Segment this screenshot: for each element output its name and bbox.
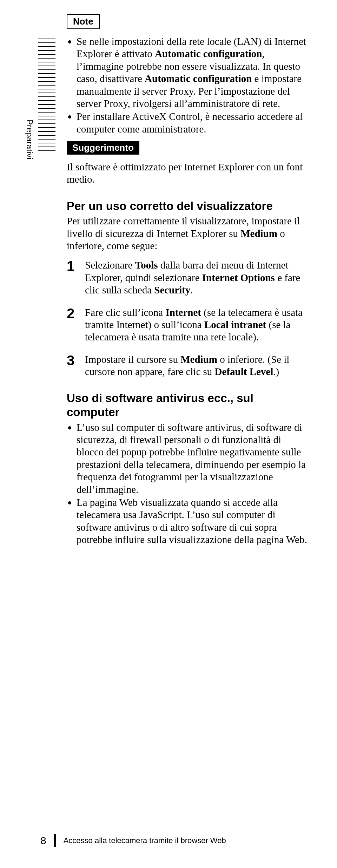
step-list: 1 Selezionare Tools dalla barra dei menu… bbox=[67, 259, 309, 378]
sidebar-stripes bbox=[38, 39, 55, 154]
note-block: Note Se nelle impostazioni della rete lo… bbox=[67, 14, 309, 135]
note-label: Note bbox=[67, 14, 100, 29]
note-item: Se nelle impostazioni della rete locale … bbox=[77, 35, 309, 110]
note-item: Per installare ActiveX Control, è necess… bbox=[77, 110, 309, 135]
tip-body: Il software è ottimizzato per Internet E… bbox=[67, 161, 309, 186]
page-footer: 8 Accesso alla telecamera tramite il bro… bbox=[40, 834, 226, 847]
page-number: 8 bbox=[40, 835, 46, 847]
section-heading-antivirus: Uso di software antivirus ecc., sul comp… bbox=[67, 391, 309, 419]
step-number: 2 bbox=[67, 306, 77, 344]
tip-label: Suggerimento bbox=[67, 141, 139, 155]
tip-block: Suggerimento Il software è ottimizzato p… bbox=[67, 136, 309, 186]
note-list: Se nelle impostazioni della rete locale … bbox=[67, 35, 309, 135]
step-number: 3 bbox=[67, 353, 77, 378]
step-number: 1 bbox=[67, 259, 77, 296]
step-body: Selezionare Tools dalla barra dei menu d… bbox=[85, 259, 309, 296]
list-item: La pagina Web visualizzata quando si acc… bbox=[77, 496, 309, 546]
footer-divider-icon bbox=[54, 834, 56, 847]
section-intro: Per utilizzare correttamente il visualiz… bbox=[67, 215, 309, 252]
step-body: Fare clic sull’icona Internet (se la tel… bbox=[85, 306, 309, 344]
step-item: 2 Fare clic sull’icona Internet (se la t… bbox=[67, 306, 309, 344]
footer-title: Accesso alla telecamera tramite il brows… bbox=[64, 836, 226, 845]
list-item: L’uso sul computer di software antivirus… bbox=[77, 421, 309, 496]
antivirus-list: L’uso sul computer di software antivirus… bbox=[67, 421, 309, 546]
section-heading-viewer: Per un uso corretto del visualizzatore bbox=[67, 199, 309, 213]
step-body: Impostare il cursore su Medium o inferio… bbox=[85, 353, 309, 378]
step-item: 1 Selezionare Tools dalla barra dei menu… bbox=[67, 259, 309, 296]
document-page: Preparativi Note Se nelle impostazioni d… bbox=[0, 0, 337, 868]
section-tab-label: Preparativi bbox=[25, 119, 34, 160]
step-item: 3 Impostare il cursore su Medium o infer… bbox=[67, 353, 309, 378]
